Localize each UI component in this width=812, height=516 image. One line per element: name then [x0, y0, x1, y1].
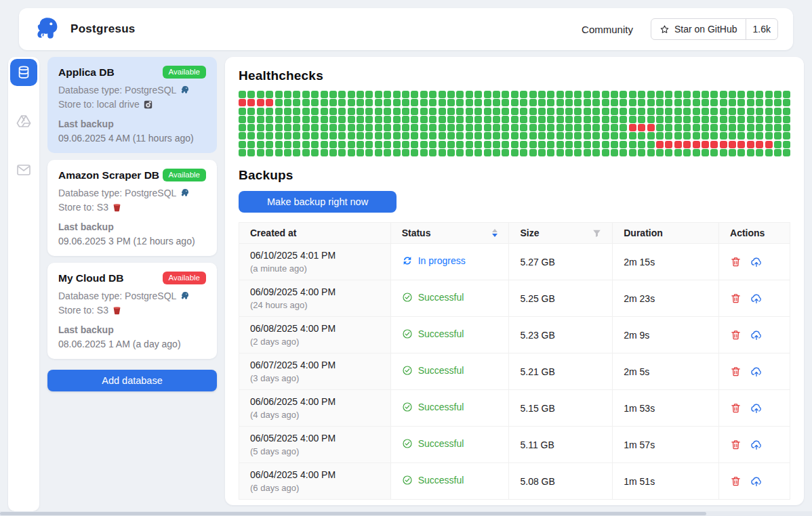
healthcheck-cell	[765, 99, 773, 106]
add-database-button[interactable]: Add database	[47, 370, 217, 391]
healthcheck-cell	[402, 116, 409, 123]
healthcheck-cell	[683, 141, 691, 148]
healthcheck-cell	[302, 124, 310, 131]
caret-down-icon	[492, 234, 498, 237]
healthcheck-cell	[683, 116, 691, 123]
filter-funnel-icon[interactable]	[592, 229, 601, 238]
local-drive-icon	[144, 100, 153, 109]
healthcheck-cell	[284, 149, 291, 156]
healthcheck-cell	[329, 141, 337, 148]
healthcheck-cell	[357, 108, 364, 115]
healthcheck-cell	[439, 99, 446, 106]
healthcheck-cell	[665, 116, 672, 123]
sidebar-item-notifiers[interactable]	[10, 156, 37, 184]
database-card[interactable]: Applica DB Available Database type: Post…	[47, 57, 217, 153]
database-status-badge: Available	[163, 272, 206, 284]
in-progress-sync-icon	[402, 255, 413, 266]
healthcheck-cell	[348, 132, 355, 139]
make-backup-button[interactable]: Make backup right now	[239, 191, 397, 213]
healthcheck-cell	[338, 141, 346, 148]
healthcheck-cell	[565, 108, 573, 115]
healthcheck-cell	[511, 99, 519, 106]
healthcheck-cell	[737, 141, 745, 148]
healthcheck-cell	[656, 141, 664, 148]
last-backup-label: Last backup	[58, 221, 206, 232]
sidebar-item-storage[interactable]	[10, 108, 37, 135]
healthcheck-cell	[756, 116, 763, 123]
healthcheck-cell	[756, 132, 763, 139]
healthcheck-cell	[365, 91, 373, 98]
restore-backup-button[interactable]	[750, 329, 763, 341]
delete-backup-button[interactable]	[730, 366, 742, 377]
healthcheck-cell	[511, 91, 519, 98]
healthcheck-cell	[466, 132, 473, 139]
delete-backup-button[interactable]	[730, 439, 742, 450]
backup-table-row: 06/05/2025 4:00 PM (5 days ago) Succe	[239, 427, 790, 463]
healthcheck-cell	[447, 124, 455, 131]
last-backup-value: 08.06.2025 1 AM (a day ago)	[58, 339, 206, 349]
healthcheck-cell	[693, 116, 700, 123]
healthcheck-cell	[592, 124, 600, 131]
healthcheck-cell	[592, 149, 600, 156]
delete-backup-button[interactable]	[730, 293, 742, 304]
healthcheck-cell	[474, 99, 482, 106]
healthcheck-cell	[584, 132, 591, 139]
healthcheck-cell	[647, 116, 655, 123]
delete-backup-button[interactable]	[730, 256, 742, 267]
community-link[interactable]: Community	[582, 24, 633, 35]
healthcheck-cell	[729, 124, 736, 131]
database-card[interactable]: Amazon Scraper DB Available Database typ…	[47, 160, 217, 256]
restore-backup-button[interactable]	[750, 475, 763, 488]
healthcheck-cell	[638, 149, 645, 156]
healthcheck-cell	[783, 132, 790, 139]
restore-backup-button[interactable]	[750, 293, 763, 305]
healthcheck-cell	[674, 91, 682, 98]
database-type-label: Database type: PostgreSQL	[58, 85, 176, 95]
healthcheck-cell	[447, 91, 455, 98]
github-star-count: 1.6k	[746, 19, 777, 39]
healthcheck-cell	[693, 91, 700, 98]
healthcheck-cell	[720, 141, 727, 148]
column-header-duration: Duration	[613, 223, 719, 244]
healthcheck-cell	[620, 99, 627, 106]
delete-backup-button[interactable]	[730, 402, 742, 414]
restore-backup-button[interactable]	[750, 402, 763, 414]
healthcheck-cell	[693, 108, 700, 115]
caret-up-icon	[492, 229, 498, 232]
database-card[interactable]: My Cloud DB Available Database type: Pos…	[47, 263, 217, 359]
healthcheck-cell	[574, 149, 582, 156]
healthcheck-cell	[338, 132, 346, 139]
healthcheck-cell	[439, 108, 446, 115]
healthcheck-cell	[357, 141, 364, 148]
healthcheck-cell	[574, 124, 582, 131]
healthcheck-cell	[247, 116, 255, 123]
github-star-button[interactable]: Star on GitHub 1.6k	[651, 18, 778, 40]
healthcheck-cell	[329, 116, 337, 123]
healthcheck-cell	[511, 141, 519, 148]
healthcheck-cell	[466, 91, 473, 98]
healthcheck-cell	[348, 99, 355, 106]
healthcheck-cell	[602, 99, 609, 106]
healthcheck-cell	[774, 91, 781, 98]
healthcheck-cell	[502, 141, 509, 148]
healthcheck-cell	[611, 116, 618, 123]
healthcheck-cell	[683, 99, 691, 106]
healthcheck-cell	[756, 108, 763, 115]
restore-backup-button[interactable]	[750, 366, 763, 378]
healthcheck-cell	[429, 124, 437, 131]
healthcheck-cell	[565, 132, 573, 139]
healthcheck-cell	[375, 132, 382, 139]
healthcheck-cell	[693, 141, 700, 148]
restore-backup-button[interactable]	[750, 439, 763, 451]
healthcheck-cell	[257, 108, 264, 115]
backup-status: Successful	[418, 475, 464, 486]
restore-backup-button[interactable]	[750, 256, 763, 268]
sidebar-item-databases[interactable]	[10, 59, 37, 86]
horizontal-scrollbar-thumb[interactable]	[0, 512, 706, 515]
sort-toggle-icon[interactable]	[492, 229, 498, 237]
healthcheck-cell	[247, 124, 255, 131]
delete-backup-button[interactable]	[730, 475, 742, 487]
healthcheck-cell	[402, 124, 409, 131]
healthcheck-cell	[665, 132, 672, 139]
delete-backup-button[interactable]	[730, 329, 742, 341]
